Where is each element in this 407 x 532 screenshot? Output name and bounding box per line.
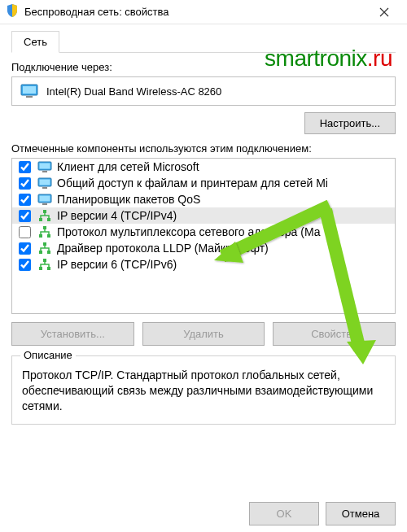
svg-rect-14 — [47, 218, 50, 221]
adapter-box: Intel(R) Dual Band Wireless-AC 8260 — [11, 76, 396, 106]
component-label: Драйвер протокола LLDP (Майкрософт) — [57, 242, 269, 255]
component-checkbox[interactable] — [19, 161, 31, 173]
window-title: Беспроводная сеть: свойства — [24, 6, 368, 18]
svg-rect-17 — [47, 234, 50, 238]
svg-rect-20 — [47, 251, 50, 254]
component-row[interactable]: Клиент для сетей Microsoft — [12, 159, 395, 175]
svg-rect-11 — [42, 203, 47, 205]
svg-rect-12 — [43, 210, 46, 213]
component-label: IP версии 6 (TCP/IPv6) — [57, 258, 177, 271]
tabstrip: Сеть — [11, 31, 396, 53]
components-list[interactable]: Клиент для сетей MicrosoftОбщий доступ к… — [11, 158, 396, 314]
network-icon — [37, 259, 52, 271]
description-text: Протокол TCP/IP. Стандартный протокол гл… — [22, 368, 385, 414]
description-legend: Описание — [20, 349, 76, 361]
svg-rect-10 — [40, 195, 50, 201]
component-checkbox[interactable] — [19, 194, 31, 206]
component-row[interactable]: IP версии 4 (TCP/IPv4) — [12, 207, 395, 224]
network-icon — [37, 210, 52, 222]
monitor-icon — [37, 177, 52, 190]
monitor-icon — [37, 194, 52, 206]
shield-icon — [7, 4, 18, 20]
component-row[interactable]: Драйвер протокола LLDP (Майкрософт) — [12, 240, 395, 256]
component-checkbox[interactable] — [19, 210, 31, 222]
svg-rect-13 — [39, 218, 42, 221]
component-label: Протокол мультиплексора сетевого адаптер… — [57, 225, 320, 238]
description-group: Описание Протокол TCP/IP. Стандартный пр… — [11, 355, 396, 425]
adapter-name: Intel(R) Dual Band Wireless-AC 8260 — [46, 85, 221, 98]
svg-rect-21 — [43, 259, 46, 262]
install-button[interactable]: Установить... — [11, 322, 134, 346]
component-checkbox[interactable] — [19, 177, 31, 190]
monitor-icon — [37, 161, 52, 173]
remove-button[interactable]: Удалить — [142, 322, 265, 346]
component-checkbox[interactable] — [19, 226, 31, 238]
network-icon — [37, 242, 52, 255]
properties-button[interactable]: Свойства — [273, 322, 396, 346]
svg-rect-4 — [40, 163, 50, 168]
connect-via-label: Подключение через: — [11, 61, 396, 73]
svg-rect-19 — [39, 251, 42, 254]
tab-network[interactable]: Сеть — [11, 31, 59, 53]
component-row[interactable]: Планировщик пакетов QoS — [12, 191, 395, 207]
svg-rect-18 — [43, 242, 46, 246]
svg-rect-8 — [42, 187, 47, 189]
component-label: Общий доступ к файлам и принтерам для се… — [57, 177, 328, 190]
configure-button[interactable]: Настроить... — [304, 112, 396, 134]
component-row[interactable]: Общий доступ к файлам и принтерам для се… — [12, 175, 395, 191]
component-checkbox[interactable] — [19, 259, 31, 271]
ok-button[interactable]: OK — [249, 502, 319, 525]
svg-rect-2 — [26, 96, 33, 98]
component-checkbox[interactable] — [19, 242, 31, 255]
components-label: Отмеченные компоненты используются этим … — [11, 142, 396, 155]
component-label: Планировщик пакетов QoS — [57, 193, 200, 206]
svg-rect-15 — [43, 226, 46, 229]
svg-rect-23 — [47, 267, 50, 270]
svg-rect-5 — [42, 171, 47, 172]
component-row[interactable]: IP версии 6 (TCP/IPv6) — [12, 256, 395, 273]
close-button[interactable] — [368, 1, 400, 24]
component-row[interactable]: Протокол мультиплексора сетевого адаптер… — [12, 224, 395, 240]
component-label: Клиент для сетей Microsoft — [57, 160, 199, 173]
svg-rect-1 — [23, 86, 36, 94]
svg-rect-22 — [39, 267, 42, 270]
network-icon — [37, 226, 52, 238]
component-label: IP версии 4 (TCP/IPv4) — [57, 209, 177, 222]
svg-rect-16 — [39, 234, 42, 238]
cancel-button[interactable]: Отмена — [326, 502, 396, 525]
svg-rect-7 — [40, 179, 50, 185]
monitor-icon — [20, 84, 38, 98]
